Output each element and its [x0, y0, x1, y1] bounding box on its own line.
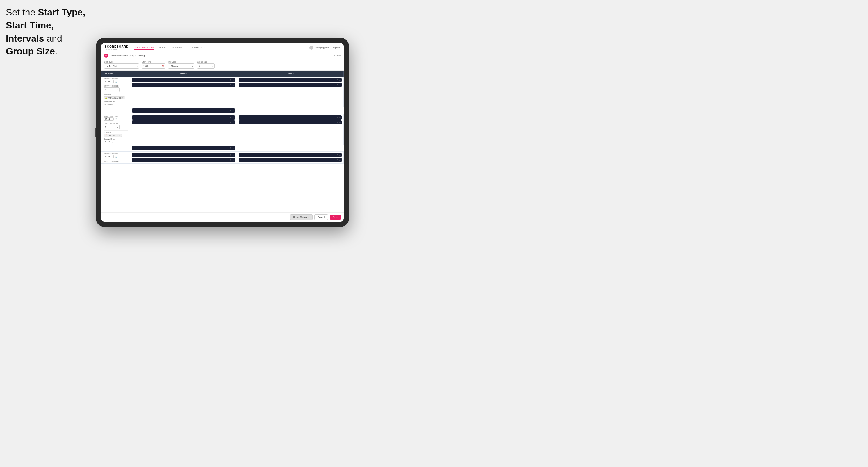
- course-remove-2[interactable]: ✕: [119, 134, 120, 136]
- course-icon-2: ⛳: [105, 134, 107, 136]
- slot-x-g3-2-1[interactable]: ✕: [337, 154, 339, 156]
- logo-text: SCOREBOARD: [105, 45, 128, 48]
- table-row: STARTING TIME: 🕐 STARTING HOLE: 1 ▾: [101, 114, 344, 145]
- remove-group-2[interactable]: Remove Group: [103, 138, 128, 141]
- start-time-label: Start Time: [142, 61, 165, 63]
- slot-edit-g3-2-2[interactable]: ○: [339, 159, 341, 161]
- slot-edit-btn-2-2[interactable]: ○: [339, 84, 341, 86]
- nav-rankings[interactable]: RANKINGS: [192, 45, 205, 50]
- course-tag-1: ⛳ (A) Peachtree GC ✕: [103, 96, 125, 99]
- course-tag-2: ⛳ East Lake GC ✕: [103, 134, 122, 137]
- sign-out-link[interactable]: Sign out: [333, 46, 340, 49]
- slot-x-btn-1-1[interactable]: ✕: [230, 79, 232, 81]
- starting-time-value-2: 🕐: [103, 118, 128, 121]
- starting-time-input-2[interactable]: [103, 118, 114, 121]
- player-slot-g3-2-2: ✕ ○: [239, 158, 342, 162]
- team1-cell-3: ✕ ○ ✕ ○: [130, 152, 237, 163]
- slot-x-btn-1-2[interactable]: ✕: [230, 84, 232, 86]
- remove-group-1[interactable]: Remove Group: [103, 100, 128, 103]
- tee-info-3: STARTING TIME: 🕐 STARTING HOLE:: [101, 152, 130, 163]
- slot-controls-g2-1-1: ✕ ○: [230, 116, 234, 119]
- starting-time-value-1: 🕐: [103, 80, 128, 83]
- user-avatar: [309, 45, 313, 50]
- nav-tournaments[interactable]: TOURNAMENTS: [134, 45, 154, 50]
- player-slot-g3-1-1: ✕ ○: [132, 153, 235, 157]
- start-time-chevron: ⏰: [162, 65, 164, 67]
- nav-separator: |: [330, 46, 331, 49]
- navigation-bar: SCOREBOARD Powered by clipp.d TOURNAMENT…: [101, 43, 344, 52]
- slot-x-g2-1-1[interactable]: ✕: [230, 116, 232, 119]
- slot-controls-g2-2-2: ✕ ○: [337, 121, 341, 124]
- starting-time-input-3[interactable]: [103, 155, 114, 158]
- slot-x-g3-2-2[interactable]: ✕: [337, 159, 339, 161]
- back-button[interactable]: ‹ Back: [334, 54, 341, 57]
- slot-controls-1-1: ✕ ○: [230, 79, 234, 81]
- slot-controls-c2: ✕ ○: [230, 147, 234, 149]
- player-slot-1-1: ✕ ○: [132, 78, 235, 82]
- table-row: STARTING TIME: 🕐 STARTING HOLE: 1 ▾: [101, 77, 344, 107]
- starting-hole-select-2[interactable]: 1 ▾: [103, 125, 120, 129]
- group-size-select[interactable]: 3 ▾: [197, 63, 215, 69]
- slot-edit-g2-1-2[interactable]: ○: [232, 121, 234, 124]
- group-size-value: 3: [198, 65, 200, 67]
- player-slot-g3-1-2: ✕ ○: [132, 158, 235, 162]
- slot-edit-btn-1-2[interactable]: ○: [232, 84, 234, 86]
- start-time-select[interactable]: 10:00 ⏰: [142, 63, 165, 69]
- slot-edit-g3-2-1[interactable]: ○: [339, 154, 341, 156]
- start-type-select[interactable]: 1st Tee Start ▾: [104, 63, 139, 69]
- slot-controls-g3-1-1: ✕ ○: [230, 154, 234, 156]
- intervals-select[interactable]: 10 Minutes ▾: [168, 63, 194, 69]
- slot-x-g2-1-2[interactable]: ✕: [230, 121, 232, 124]
- add-group-1[interactable]: + Add Group: [103, 103, 128, 106]
- nav-committee[interactable]: COMMITTEE: [172, 45, 187, 50]
- start-time-group: Start Time 10:00 ⏰: [142, 61, 165, 69]
- group-size-chevron: ▾: [212, 65, 213, 67]
- slot-x-btn-c2[interactable]: ✕: [230, 147, 232, 149]
- slot-edit-g3-1-1[interactable]: ○: [232, 154, 234, 156]
- slot-edit-g2-2-2[interactable]: ○: [339, 121, 341, 124]
- th-tee-time: Tee Time: [101, 71, 130, 77]
- slot-x-btn-2-2[interactable]: ✕: [337, 84, 339, 86]
- course-label-2: COURSE:: [103, 131, 128, 133]
- slot-edit-g2-2-1[interactable]: ○: [339, 116, 341, 119]
- slot-x-g3-1-2[interactable]: ✕: [230, 159, 232, 161]
- slot-x-btn-2-1[interactable]: ✕: [337, 79, 339, 81]
- player-slot-1-2: ✕ ○: [132, 83, 235, 87]
- starting-hole-select-1[interactable]: 1 ▾: [103, 87, 120, 92]
- slot-edit-btn-2-1[interactable]: ○: [339, 79, 341, 81]
- slot-edit-g3-1-2[interactable]: ○: [232, 159, 234, 161]
- slot-controls-1-2: ✕ ○: [230, 84, 234, 86]
- cancel-button[interactable]: Cancel: [314, 214, 328, 220]
- tee-info-spacer-2: [101, 145, 130, 151]
- starting-hole-value-1: 1 ▾: [103, 87, 128, 92]
- logo-sub: Powered by clipp.d: [105, 49, 128, 50]
- breadcrumb-tournament[interactable]: Clippd Invitational (Me): [110, 54, 134, 57]
- nav-teams[interactable]: TEAMS: [158, 45, 167, 50]
- save-button[interactable]: Save: [330, 215, 341, 220]
- slot-x-g3-1-1[interactable]: ✕: [230, 154, 232, 156]
- slot-x-btn-c1[interactable]: ✕: [230, 109, 232, 112]
- slot-x-g2-2-2[interactable]: ✕: [337, 121, 339, 124]
- intervals-label: Intervals: [168, 61, 194, 63]
- starting-time-input-1[interactable]: [103, 80, 114, 83]
- controls-row: Start Type 1st Tee Start ▾ Start Time 10…: [101, 59, 344, 71]
- course-remove-1[interactable]: ✕: [122, 97, 124, 99]
- tablet-screen: SCOREBOARD Powered by clipp.d TOURNAMENT…: [101, 43, 344, 222]
- start-type-chevron: ▾: [137, 65, 137, 67]
- slot-edit-btn-1-1[interactable]: ○: [232, 79, 234, 81]
- table-header: Tee Time Team 1 Team 2: [101, 71, 344, 77]
- team2-cell-3: ✕ ○ ✕ ○: [237, 152, 344, 163]
- slot-edit-btn-c2[interactable]: ○: [232, 147, 234, 149]
- slot-controls-g3-2-2: ✕ ○: [337, 159, 341, 161]
- add-group-2[interactable]: + Add Group: [103, 141, 128, 144]
- slot-edit-g2-1-1[interactable]: ○: [232, 116, 234, 119]
- breadcrumb-separator: ›: [135, 54, 136, 57]
- player-slot-2-1: ✕ ○: [239, 78, 342, 82]
- slot-x-g2-2-1[interactable]: ✕: [337, 116, 339, 119]
- slot-controls-g3-2-1: ✕ ○: [337, 154, 341, 156]
- reset-changes-button[interactable]: Reset Changes: [290, 214, 313, 220]
- slot-controls-g3-1-2: ✕ ○: [230, 159, 234, 161]
- course-icon-1: ⛳: [105, 97, 107, 99]
- slot-edit-btn-c1[interactable]: ○: [232, 109, 234, 112]
- player-slot-g2-2-2: ✕ ○: [239, 120, 342, 124]
